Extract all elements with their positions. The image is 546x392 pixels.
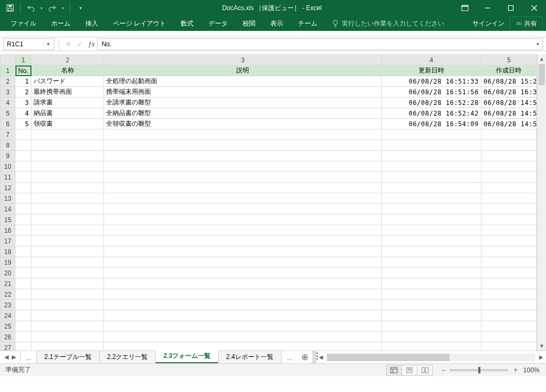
row-header[interactable]: 20 xyxy=(1,268,15,279)
cell[interactable] xyxy=(382,342,481,351)
cell[interactable] xyxy=(31,161,104,172)
zoom-level[interactable]: 100% xyxy=(523,366,540,374)
row-header[interactable]: 27 xyxy=(1,342,15,351)
close-button[interactable] xyxy=(523,0,546,16)
cell[interactable] xyxy=(15,342,31,351)
name-box-dropdown-icon[interactable]: ▾ xyxy=(43,41,53,47)
cell[interactable] xyxy=(382,300,481,311)
tab-view[interactable]: 表示 xyxy=(263,16,291,31)
cell[interactable] xyxy=(481,300,536,311)
row-header[interactable]: 3 xyxy=(1,87,15,97)
cell[interactable] xyxy=(104,225,382,236)
cell[interactable] xyxy=(481,161,536,172)
sheet-tab[interactable]: 2.4レポート一覧 xyxy=(218,350,282,363)
ribbon-display-options-icon[interactable] xyxy=(457,1,472,15)
cell[interactable] xyxy=(104,204,382,215)
cell[interactable] xyxy=(15,193,31,204)
cell[interactable]: 06/08/28 16:52:42 xyxy=(382,108,481,119)
tab-data[interactable]: データ xyxy=(201,16,235,31)
row-header[interactable]: 2 xyxy=(1,76,15,87)
cell[interactable] xyxy=(382,204,481,215)
worksheet-grid[interactable]: 1 2 3 4 5 1 No. 名称 説明 更新日時 作成日時 2 1 パスワー… xyxy=(0,54,537,350)
cell[interactable] xyxy=(382,279,481,289)
cell-header-desc[interactable]: 説明 xyxy=(104,66,382,76)
cell[interactable] xyxy=(31,311,104,321)
cell[interactable] xyxy=(15,268,31,279)
cell[interactable] xyxy=(15,225,31,236)
scroll-up-icon[interactable]: ▲ xyxy=(537,54,546,63)
select-all-corner[interactable] xyxy=(1,55,15,66)
cell[interactable] xyxy=(481,332,536,342)
cell[interactable] xyxy=(31,247,104,257)
col-header[interactable]: 3 xyxy=(104,55,382,66)
cell[interactable] xyxy=(15,161,31,172)
cell[interactable]: 06/08/28 14:53 xyxy=(481,119,536,129)
row-header[interactable]: 25 xyxy=(1,321,15,332)
cell[interactable] xyxy=(481,183,536,193)
cell[interactable] xyxy=(31,183,104,193)
signin-link[interactable]: サインイン xyxy=(467,19,510,28)
cell[interactable] xyxy=(31,172,104,183)
col-header[interactable]: 1 xyxy=(15,55,31,66)
undo-more-icon[interactable]: ▾ xyxy=(39,2,44,14)
cell[interactable] xyxy=(481,236,536,247)
formula-input[interactable] xyxy=(98,39,533,49)
cell[interactable]: 領収書 xyxy=(31,119,104,129)
cell[interactable] xyxy=(15,172,31,183)
cell[interactable] xyxy=(481,204,536,215)
cell[interactable] xyxy=(15,204,31,215)
cell[interactable]: 06/08/28 16:52:28 xyxy=(382,97,481,108)
cell[interactable] xyxy=(481,129,536,140)
cell-header-created[interactable]: 作成日時 xyxy=(481,66,536,76)
row-header[interactable]: 15 xyxy=(1,215,15,225)
name-box[interactable]: ▾ xyxy=(3,38,54,50)
tab-file[interactable]: ファイル xyxy=(3,16,44,31)
row-header[interactable]: 11 xyxy=(1,172,15,183)
cell-header-no[interactable]: No. xyxy=(15,66,31,76)
sheet-tab[interactable]: 2.2クエリ一覧 xyxy=(99,350,156,363)
cell[interactable]: 1 xyxy=(15,76,31,87)
cell[interactable] xyxy=(382,129,481,140)
row-header[interactable]: 26 xyxy=(1,332,15,342)
row-header[interactable]: 16 xyxy=(1,225,15,236)
cell[interactable] xyxy=(382,247,481,257)
cell[interactable] xyxy=(382,183,481,193)
cell[interactable] xyxy=(481,215,536,225)
maximize-button[interactable] xyxy=(499,0,523,16)
cell[interactable] xyxy=(31,140,104,151)
cell[interactable]: 全処理の起動画面 xyxy=(104,76,382,87)
col-header[interactable]: 4 xyxy=(382,55,481,66)
cell[interactable] xyxy=(382,215,481,225)
cell[interactable] xyxy=(31,215,104,225)
cell[interactable] xyxy=(15,129,31,140)
cell[interactable] xyxy=(382,161,481,172)
cell[interactable] xyxy=(15,236,31,247)
cell[interactable] xyxy=(481,268,536,279)
cell[interactable] xyxy=(481,342,536,351)
cell[interactable] xyxy=(382,257,481,268)
minimize-button[interactable] xyxy=(476,0,499,16)
cell[interactable]: 4 xyxy=(15,108,31,119)
cancel-formula-icon[interactable]: ✕ xyxy=(62,38,74,50)
cell[interactable] xyxy=(382,321,481,332)
hscroll-thumb[interactable] xyxy=(327,354,449,361)
row-header[interactable]: 8 xyxy=(1,140,15,151)
tab-layout[interactable]: ページ レイアウト xyxy=(106,16,173,31)
cell[interactable]: 2 xyxy=(15,87,31,97)
new-sheet-button[interactable]: ⊕ xyxy=(298,351,312,363)
cell[interactable] xyxy=(104,300,382,311)
cell[interactable]: 納品書 xyxy=(31,108,104,119)
cell[interactable]: 全納品書の雛型 xyxy=(104,108,382,119)
cell[interactable] xyxy=(104,257,382,268)
cell[interactable] xyxy=(15,300,31,311)
cell[interactable] xyxy=(481,257,536,268)
name-box-input[interactable] xyxy=(4,39,43,49)
cell[interactable]: 06/08/28 16:51:33 xyxy=(382,76,481,87)
cell[interactable] xyxy=(382,140,481,151)
cell[interactable] xyxy=(31,225,104,236)
cell[interactable] xyxy=(104,183,382,193)
cell[interactable] xyxy=(31,321,104,332)
sheet-tab-active[interactable]: 2.3フォーム一覧 xyxy=(155,349,219,363)
sheet-tabs-trailing-ellipsis[interactable]: ... xyxy=(282,353,298,363)
cell[interactable] xyxy=(104,140,382,151)
